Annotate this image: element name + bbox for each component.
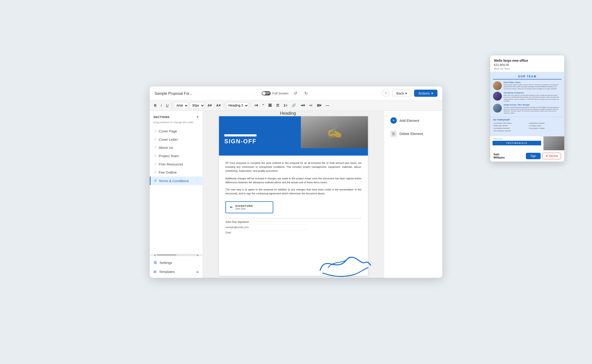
sidebar-item-firm-resources[interactable]: ⠿ Firm Resources (150, 160, 203, 168)
link-button[interactable]: 🔗 (290, 103, 297, 108)
drag-icon: ⠿ (154, 146, 157, 150)
signature-fields: John Doe Signature sample@email.com Date… (225, 220, 362, 234)
page-number: 4 (490, 134, 564, 136)
signature-name: John Doe (235, 207, 253, 210)
sidebar-item-terms[interactable]: ⠿ Terms & Conditions ⋮ (150, 176, 203, 185)
actions-button[interactable]: Actions ▾ (414, 90, 438, 97)
proposal-preview-card: Wells fargo new office €21,804.00 Meet O… (490, 55, 564, 162)
sidebar: SECTIONS + Drag sections to change the o… (150, 111, 203, 278)
signoff-blue-panel: SIGN-OFF (219, 116, 301, 148)
window-title: Sample Proposal For... (154, 91, 192, 95)
quote-button[interactable]: " (261, 103, 266, 108)
sidebar-templates[interactable]: ⊞ Templates ▶ (150, 267, 203, 276)
sidebar-item-fee-outline[interactable]: ⠿ Fee Outline (150, 168, 203, 176)
sidebar-item-cover-page[interactable]: ⠿ Cover Page (150, 127, 203, 135)
testimonials-banner: TESTIMONIALS (493, 141, 541, 145)
table-button[interactable]: ⊞▾ (315, 103, 323, 108)
delete-element-item[interactable]: 🗑 Delete Element (388, 128, 439, 139)
testimonials-image (543, 136, 564, 150)
toggle-pill[interactable]: OFF (262, 91, 271, 95)
sidebar-item-label: Terms & Conditions (159, 179, 193, 182)
font-size-select[interactable]: 30px (190, 102, 205, 109)
sidebar-item-project-team[interactable]: ⠿ Project Team (150, 152, 203, 160)
redo-button[interactable]: ↻ (302, 90, 310, 97)
drag-icon: ⠿ (154, 137, 157, 141)
main-content: SIGN-OFF SP Corp proposes to complete th… (203, 111, 384, 278)
card-footer: Sam Williams Sign ✕ Decline (490, 150, 564, 162)
templates-label: Templates (159, 270, 175, 274)
delete-element-label: Delete Element (399, 132, 423, 136)
ordered-list-button[interactable]: 1≡ (282, 103, 289, 108)
drag-icon: ⠿ (154, 179, 157, 182)
sidebar-item-about-us[interactable]: ⠿ About Us (150, 143, 203, 152)
undo-button[interactable]: ↺ (292, 90, 299, 97)
grid-icon: ⊞ (154, 270, 157, 274)
blue-banner (219, 148, 368, 155)
add-element-item[interactable]: + Add Element (388, 115, 439, 126)
help-button[interactable]: ? (382, 90, 389, 97)
font-highlight-button[interactable]: A▾ (215, 103, 222, 108)
right-panel: + Add Element 🗑 Delete Element (384, 111, 442, 278)
signature-label: SIGNATURE (235, 204, 253, 207)
member-3-info: Dwight Schrute, Office Manager They say … (504, 104, 561, 114)
testimonials-section-label: Testimonials (493, 138, 541, 140)
chevron-right-icon: ▶ (197, 270, 199, 274)
body-text-1: SP Corp proposes to complete the work ou… (225, 161, 362, 173)
sidebar-settings[interactable]: ⚙ Settings (150, 258, 203, 267)
testimonials-content: Testimonials TESTIMONIALS (490, 136, 543, 150)
sidebar-item-label: Cover Letter (159, 137, 199, 141)
bullet-button[interactable]: •≡ (308, 103, 314, 108)
signoff-image (301, 116, 368, 148)
heading-select[interactable]: Heading 3 (226, 102, 249, 109)
sidebar-item-label: Fee Outline (159, 170, 199, 174)
list-button[interactable]: ☰ (275, 103, 281, 108)
sign-button[interactable]: Sign (526, 153, 541, 159)
image-button[interactable]: 🖼 (267, 103, 273, 108)
member-1-info: Daryl Philbin, Owner Daryl founded XTEN-… (504, 81, 561, 90)
team-preview: OUR TEAM Daryl Philbin, Owner Daryl foun… (490, 72, 564, 117)
font-family-select[interactable]: Arial (174, 102, 189, 109)
underline-button[interactable]: U (164, 103, 170, 108)
card-price: €21,804.00 (494, 63, 560, 66)
italic-button[interactable]: I (159, 103, 163, 108)
member-2-info: Pam Beesly, Foreperson When Pam was a li… (504, 92, 561, 102)
avatar-3 (493, 104, 502, 113)
document-page: SIGN-OFF SP Corp proposes to complete th… (219, 116, 368, 275)
more-icon[interactable]: ⋮ (195, 179, 199, 183)
signoff-title: SIGN-OFF (224, 138, 257, 145)
add-section-button[interactable]: + (196, 114, 199, 119)
sidebar-item-cover-letter[interactable]: ⠿ Cover Letter (150, 135, 203, 143)
delete-icon: 🗑 (390, 130, 397, 137)
signoff-header: SIGN-OFF (219, 116, 368, 148)
sidebar-nav: ⠿ Cover Page ⠿ Cover Letter ⠿ About Us ⠿… (150, 125, 203, 254)
scroll-indicator: ◀ ▶ (150, 254, 203, 256)
decline-button[interactable]: ✕ Decline (543, 153, 561, 159)
member-2-name: Pam Beesly, Foreperson (504, 92, 561, 94)
trades-col-1: • Creed Bratton, Stone Mason• Phyllis La… (493, 122, 526, 132)
team-member-2: Pam Beesly, Foreperson When Pam was a li… (493, 92, 561, 102)
sidebar-bottom: ⚙ Settings ⊞ Templates ▶ (150, 256, 203, 278)
font-color-button[interactable]: A▾ (206, 103, 214, 108)
align-button[interactable]: ≡▾ (253, 103, 260, 108)
member-1-name: Daryl Philbin, Owner (504, 81, 561, 84)
sidebar-item-label: Firm Resources (159, 162, 199, 166)
member-3-name: Dwight Schrute, Office Manager (504, 104, 561, 106)
fullscreen-label: Full Screen (272, 91, 289, 95)
drag-icon: ⠿ (154, 170, 157, 174)
card-section-label: Meet Our Team (494, 67, 560, 70)
bold-button[interactable]: B (152, 103, 158, 108)
toolbar-divider (172, 103, 172, 108)
hr-button[interactable]: — (324, 103, 331, 108)
signature-box[interactable]: ✒ SIGNATURE John Doe (225, 201, 273, 213)
drag-icon: ⠿ (154, 129, 157, 133)
indent-button[interactable]: ⇥▾ (299, 103, 307, 108)
add-element-label: Add Element (399, 118, 419, 122)
team-member-3: Dwight Schrute, Office Manager They say … (493, 104, 561, 114)
fullscreen-toggle[interactable]: OFF Full Screen (262, 91, 289, 95)
testimonials-row: Testimonials TESTIMONIALS (490, 136, 564, 150)
tradespeople-lists: • Creed Bratton, Stone Mason• Phyllis La… (493, 122, 561, 132)
card-title: Wells fargo new office (494, 59, 560, 62)
member-1-desc: Daryl founded XTEN-AV after a 10-year ca… (504, 84, 561, 90)
document-body: SP Corp proposes to complete the work ou… (219, 156, 368, 241)
back-button[interactable]: Back ▾ (392, 90, 411, 97)
